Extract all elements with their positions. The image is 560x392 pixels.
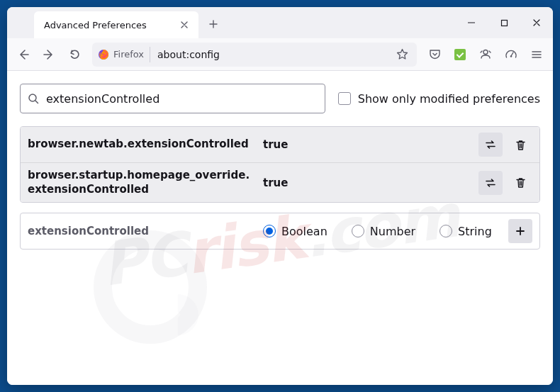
trash-icon [515, 139, 527, 151]
svg-rect-0 [501, 20, 507, 26]
url-bar[interactable]: Firefox about:config [92, 43, 417, 67]
pocket-icon [429, 48, 441, 60]
close-icon [180, 21, 189, 29]
svg-point-2 [510, 55, 513, 57]
radio-label: String [458, 225, 492, 238]
account-button[interactable] [474, 43, 498, 67]
search-row: Show only modified preferences [20, 84, 540, 113]
toggle-button[interactable] [478, 133, 503, 157]
toolbar: Firefox about:config [7, 38, 553, 71]
plus-icon [515, 225, 526, 237]
pref-name: browser.newtab.extensionControlled [28, 138, 256, 152]
close-tab-button[interactable] [176, 16, 193, 33]
app-menu-button[interactable] [525, 43, 549, 67]
url-text: about:config [150, 49, 391, 60]
radio-label: Number [370, 225, 415, 238]
radio-icon [263, 225, 276, 237]
maximize-icon [500, 19, 508, 27]
back-button[interactable] [11, 43, 35, 67]
browser-window: Advanced Preferences [7, 7, 553, 385]
new-tab-button[interactable] [203, 13, 224, 35]
extension-button[interactable] [448, 43, 472, 67]
toggle-icon [484, 138, 497, 151]
star-icon [396, 48, 408, 60]
checkbox-icon [338, 92, 351, 105]
add-pref-button[interactable] [508, 219, 532, 243]
search-box[interactable] [20, 84, 325, 113]
minimize-icon [467, 18, 476, 27]
radio-icon [352, 225, 364, 237]
forward-button[interactable] [37, 43, 61, 67]
firefox-icon [98, 49, 109, 60]
show-modified-checkbox[interactable]: Show only modified preferences [338, 92, 540, 106]
delete-button[interactable] [508, 133, 532, 157]
trash-icon [515, 177, 527, 189]
window-controls [455, 7, 553, 38]
plus-icon [208, 19, 218, 29]
close-window-button[interactable] [520, 7, 553, 38]
pref-row[interactable]: browser.newtab.extensionControlled true [21, 127, 539, 162]
search-icon [28, 93, 39, 104]
toggle-button[interactable] [478, 171, 503, 195]
add-pref-row: extensionControlled Boolean Number Strin… [20, 213, 540, 250]
identity-label: Firefox [113, 49, 144, 60]
search-input[interactable] [46, 92, 318, 106]
type-string-radio[interactable]: String [439, 225, 492, 238]
type-boolean-radio[interactable]: Boolean [263, 225, 327, 238]
gauge-icon [505, 48, 517, 61]
back-icon [17, 48, 30, 61]
radio-label: Boolean [281, 225, 327, 238]
pref-row[interactable]: browser.startup.homepage_override.extens… [21, 162, 539, 202]
delete-button[interactable] [508, 171, 532, 195]
extension-badge-icon [454, 49, 466, 60]
type-number-radio[interactable]: Number [352, 225, 415, 238]
radio-icon [439, 225, 452, 237]
new-pref-name: extensionControlled [28, 225, 256, 237]
pref-value: true [263, 138, 471, 151]
pocket-button[interactable] [422, 43, 447, 67]
close-icon [532, 18, 541, 27]
reload-button[interactable] [62, 43, 86, 67]
reload-icon [69, 48, 81, 60]
maximize-button[interactable] [488, 7, 520, 38]
about-config-content: PCrisk.com Show only modified preference… [7, 71, 553, 385]
forward-icon [43, 48, 55, 61]
prefs-table: browser.newtab.extensionControlled true … [20, 126, 540, 203]
titlebar: Advanced Preferences [7, 7, 553, 38]
tab-label: Advanced Preferences [44, 20, 176, 30]
toggle-icon [484, 177, 497, 189]
pref-name: browser.startup.homepage_override.extens… [28, 169, 256, 196]
pref-value: true [263, 177, 471, 189]
hamburger-icon [531, 49, 542, 60]
site-identity[interactable]: Firefox [98, 47, 150, 62]
show-modified-label: Show only modified preferences [358, 92, 540, 106]
activity-button[interactable] [499, 43, 523, 67]
bookmark-button[interactable] [391, 44, 413, 65]
account-icon [479, 48, 492, 61]
browser-tab[interactable]: Advanced Preferences [34, 11, 198, 38]
type-radio-group: Boolean Number String [263, 225, 501, 238]
minimize-button[interactable] [455, 7, 488, 38]
